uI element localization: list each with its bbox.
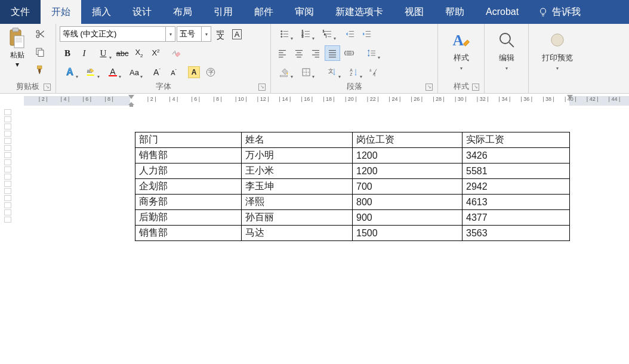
tabs-bar: 文件 开始 插入 设计 布局 引用 邮件 审阅 新建选项卡 视图 帮助 Acro… <box>0 0 629 24</box>
brush-icon <box>35 64 45 75</box>
align-center-button[interactable] <box>291 45 307 61</box>
tab-home[interactable]: 开始 <box>41 0 81 24</box>
tellme-label: 告诉我 <box>552 6 581 18</box>
group-styles-label: 样式 ↘ <box>442 80 480 93</box>
copy-button[interactable] <box>32 44 48 60</box>
svg-point-0 <box>541 8 546 14</box>
change-case-button[interactable]: Aa <box>124 64 144 80</box>
group-print-preview: 打印预览 ▾ <box>529 24 586 93</box>
numbering-button[interactable]: 123 <box>296 26 316 42</box>
hanging-indent-marker[interactable] <box>128 102 134 107</box>
chevron-down-icon[interactable]: ▾ <box>202 26 211 42</box>
tab-newtab[interactable]: 新建选项卡 <box>325 0 394 24</box>
tab-acrobat[interactable]: Acrobat <box>475 0 529 24</box>
font-launcher[interactable]: ↘ <box>258 84 266 91</box>
font-name-input[interactable] <box>60 26 166 42</box>
char-border-button[interactable]: A <box>229 26 245 42</box>
bullets-button[interactable] <box>275 26 295 42</box>
svg-rect-13 <box>87 75 94 76</box>
eraser-A-icon: A <box>171 48 181 58</box>
editing-button[interactable]: 编辑 ▾ <box>488 26 525 72</box>
font-color-button[interactable]: A <box>103 64 123 80</box>
sort-button[interactable]: AZ <box>344 64 364 80</box>
tab-references[interactable]: 引用 <box>203 0 243 24</box>
tab-insert[interactable]: 插入 <box>81 0 122 24</box>
font-size-combo[interactable]: ▾ <box>177 26 211 42</box>
text-effects-button[interactable]: A <box>60 64 80 80</box>
ruler-tick: | 40 | <box>565 96 576 102</box>
tab-mail[interactable]: 邮件 <box>243 0 284 24</box>
tab-help[interactable]: 帮助 <box>434 0 475 24</box>
thumb-line <box>4 217 11 223</box>
borders-button[interactable] <box>296 64 316 80</box>
distributed-button[interactable] <box>341 45 357 61</box>
highlight-button[interactable]: ab <box>81 64 101 80</box>
tab-review[interactable]: 审阅 <box>284 0 325 24</box>
align-left-button[interactable] <box>275 45 290 61</box>
underline-button[interactable]: U <box>93 45 113 61</box>
ruler-tick: | 26 | <box>411 96 423 102</box>
ruler-tick: | 38 | <box>542 96 554 102</box>
font-name-combo[interactable]: ▾ <box>60 26 175 42</box>
enclosed-char-icon: 字 <box>205 67 216 78</box>
editing-label: 编辑 <box>499 53 514 63</box>
tab-view[interactable]: 视图 <box>394 0 434 24</box>
ruler-tick: | 2 | <box>147 96 156 102</box>
font-size-input[interactable] <box>177 26 202 42</box>
table-header-cell[interactable]: 岗位工资 <box>353 132 462 148</box>
grow-font-button[interactable]: Aˇ <box>149 64 165 80</box>
shrink-font-button[interactable]: Aˇ <box>166 64 181 80</box>
format-painter-button[interactable] <box>32 62 48 78</box>
styles-button[interactable]: A 样式 ▾ <box>443 26 480 72</box>
superscript-button[interactable]: X2 <box>148 45 164 61</box>
paste-button[interactable]: 粘贴 ▾ <box>4 26 31 69</box>
decrease-indent-button[interactable] <box>343 26 358 42</box>
bold-button[interactable]: B <box>60 45 75 61</box>
ribbon: 粘贴 ▾ 剪贴板 ↘ <box>0 24 629 94</box>
table-header-cell[interactable]: 姓名 <box>242 132 353 148</box>
table-header-cell[interactable]: 部门 <box>135 132 242 148</box>
italic-button[interactable]: I <box>76 45 92 61</box>
chevron-down-icon: ▾ <box>16 60 19 69</box>
thumb-line <box>4 109 11 115</box>
tellme-search[interactable]: 告诉我 <box>529 0 589 24</box>
group-paragraph: 123 1ai <box>271 24 438 93</box>
clear-formatting-button[interactable]: A <box>168 45 184 61</box>
subscript-button[interactable]: X2 <box>131 45 147 61</box>
show-marks-button[interactable]: ±¶ <box>365 64 381 80</box>
font-color-icon: A <box>109 68 117 76</box>
justify-icon <box>327 48 338 58</box>
text-direction-button[interactable]: 文 <box>322 64 343 80</box>
align-right-button[interactable] <box>308 45 323 61</box>
ruler-tick: | 6 | <box>82 96 91 102</box>
svg-point-72 <box>500 33 510 44</box>
tab-file[interactable]: 文件 <box>0 0 41 24</box>
print-preview-button[interactable]: 打印预览 ▾ <box>532 26 582 72</box>
chevron-down-icon: ▾ <box>556 66 559 71</box>
ruler-tick: | 2 | <box>39 96 48 102</box>
ruler-tick: | 14 | <box>279 96 291 102</box>
clipboard-launcher[interactable]: ↘ <box>44 84 51 91</box>
paragraph-launcher[interactable]: ↘ <box>426 84 433 91</box>
cut-button[interactable] <box>32 26 48 42</box>
increase-indent-button[interactable] <box>359 26 375 42</box>
enclosed-char-button[interactable]: 字 <box>203 64 218 80</box>
justify-button[interactable] <box>325 45 340 61</box>
ruler[interactable]: | 8 || 6 || 4 || 2 || 2 || 4 || 6 || 8 |… <box>0 94 629 108</box>
page-surface[interactable]: 部门 姓名 岗位工资 实际工资 销售部万小明12003426 人力部王小米120… <box>16 108 629 359</box>
chevron-down-icon[interactable]: ▾ <box>166 26 175 42</box>
phonetic-guide-button[interactable]: wén 文 <box>212 26 228 42</box>
salary-table[interactable]: 部门 姓名 岗位工资 实际工资 销售部万小明12003426 人力部王小米120… <box>135 132 570 241</box>
shading-button[interactable] <box>275 64 295 80</box>
line-spacing-button[interactable] <box>362 45 382 61</box>
table-header-cell[interactable]: 实际工资 <box>462 132 570 148</box>
group-clipboard: 粘贴 ▾ 剪贴板 ↘ <box>0 24 56 93</box>
styles-launcher[interactable]: ↘ <box>472 84 479 91</box>
multilevel-list-button[interactable]: 1ai <box>317 26 338 42</box>
tab-layout[interactable]: 布局 <box>162 0 203 24</box>
svg-point-16 <box>281 30 282 32</box>
char-shading-button[interactable]: A <box>186 64 202 80</box>
strikethrough-button[interactable]: abc <box>115 45 130 61</box>
first-line-indent-marker[interactable] <box>128 95 134 99</box>
tab-design[interactable]: 设计 <box>122 0 162 24</box>
